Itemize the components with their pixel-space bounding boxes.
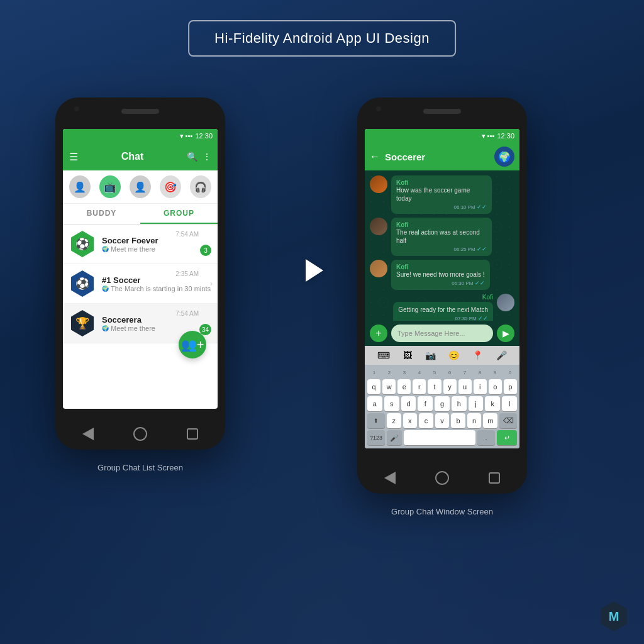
msg-sender-3: Kofi [396,264,485,270]
camera-icon[interactable]: 📷 [425,350,436,360]
story-2[interactable]: 📺 [99,175,121,198]
chat-preview-1: 🌍 Meet me there [102,245,211,253]
location-icon[interactable]: 📍 [472,350,483,360]
tab-group[interactable]: GROUP [140,204,218,224]
key-e[interactable]: e [397,379,411,394]
key-c[interactable]: c [419,413,433,428]
key-t[interactable]: t [428,379,441,394]
key-p[interactable]: p [504,379,517,394]
key-d[interactable]: d [401,396,416,411]
story-5[interactable]: 🎧 [190,175,211,198]
key-space[interactable] [404,430,475,445]
msg-text-2: The real action was at second half [396,228,487,245]
key-x[interactable]: x [403,413,418,428]
story-1[interactable]: 👤 [69,175,91,198]
key-w[interactable]: w [382,379,396,394]
key-r[interactable]: r [413,379,426,394]
avatar-1: ⚽ [69,231,96,257]
msg-row-3: Kofi Sure! we need two more goals ! 06:3… [370,260,514,290]
key-o[interactable]: o [489,379,502,394]
chat-title: Soccerer [385,152,489,162]
check-icon-4: ✓✓ [478,315,488,321]
key-enter[interactable]: ↵ [497,430,517,445]
home-button-left[interactable] [133,427,147,441]
search-icon[interactable]: 🔍 [187,152,197,162]
wifi-icon: ▾ [180,132,184,140]
tab-buddy[interactable]: BUDDY [63,204,140,224]
key-l[interactable]: l [502,396,517,411]
time-left: 12:30 [195,132,213,140]
key-u[interactable]: u [458,379,472,394]
app-bar-left: ☰ Chat 🔍 ⋮ [63,143,218,170]
key-m[interactable]: m [483,413,497,428]
key-f[interactable]: f [418,396,433,411]
key-s[interactable]: s [384,396,399,411]
keyboard-icon[interactable]: ⌨ [377,350,390,360]
messages-area[interactable]: Kofi How was the soccer game today 06:10… [365,170,519,321]
wifi-icon-right: ▾ [482,132,486,140]
key-123[interactable]: ?123 [367,430,385,445]
message-input-row: + Type Message Here... ▶ [365,321,519,346]
key-row-2: a s d f g h j k l [367,396,517,411]
chat-item-2[interactable]: ⚽ #1 Soccer 🌍 The March is starting in 3… [63,264,218,304]
bottom-nav-left [63,427,218,441]
check-icon-3: ✓✓ [475,280,485,286]
recents-button-left[interactable] [187,428,198,440]
right-phone: ▾ ▪▪▪ 12:30 ← Soccerer 🌍 Kofi How was th… [357,97,527,494]
hamburger-icon[interactable]: ☰ [69,151,78,163]
story-4[interactable]: 🎯 [160,175,181,198]
key-row-1: q w e r t y u i o p [367,379,517,394]
mic-icon[interactable]: 🎤 [496,350,507,360]
emoji-icon[interactable]: 😊 [448,350,459,360]
group-avatar: 🌍 [494,147,514,167]
msg-sender-4: Kofi [482,294,493,301]
msg-text-4: Getting ready for the next Match [398,306,488,314]
image-icon[interactable]: 🖼 [403,350,412,360]
message-input[interactable]: Type Message Here... [391,325,493,342]
home-button-right[interactable] [435,471,449,485]
back-button-left[interactable] [82,428,94,440]
key-g[interactable]: g [435,396,450,411]
send-button[interactable]: ▶ [497,325,514,342]
status-bar-right: ▾ ▪▪▪ 12:30 [365,129,519,143]
key-j[interactable]: j [469,396,484,411]
add-group-fab[interactable]: 👥+ [179,331,206,358]
key-a[interactable]: a [367,396,382,411]
signal-icon-right: ▪▪▪ [487,132,495,140]
key-shift[interactable]: ⬆ [367,413,385,428]
time-right: 12:30 [497,132,514,140]
more-icon[interactable]: ⋮ [203,152,211,162]
msg-row-2: Kofi The real action was at second half … [370,218,514,256]
key-i[interactable]: i [474,379,487,394]
story-3[interactable]: 👤 [130,175,151,198]
key-mic[interactable]: 🎤 [387,430,402,445]
brand-logo: M [599,601,629,631]
key-n[interactable]: n [467,413,482,428]
key-num-row: 1 2 3 4 5 6 7 8 9 0 [367,367,517,377]
back-icon[interactable]: ← [370,151,380,162]
key-z[interactable]: z [387,413,401,428]
right-phone-label: Group Chat Window Screen [391,507,493,516]
key-y[interactable]: y [443,379,457,394]
key-row-3: ⬆ z x c v b n m ⌫ [367,413,517,428]
tabs: BUDDY GROUP [63,204,218,225]
key-h[interactable]: h [452,396,467,411]
avatar-3: 🏆 [69,310,96,336]
msg-text-1: How was the soccer game today [396,186,487,203]
key-backspace[interactable]: ⌫ [499,413,517,428]
key-b[interactable]: b [451,413,465,428]
chat-item-1[interactable]: ⚽ Soccer Foever 🌍 Meet me there 7:54 AM … [63,225,218,264]
recents-button-right[interactable] [489,472,500,484]
back-button-right[interactable] [384,472,396,484]
msg-bubble-4: Getting ready for the next Match 07:30 P… [393,302,493,321]
attach-button[interactable]: + [370,325,387,342]
msg-bubble-1: Kofi How was the soccer game today 06:10… [391,175,492,214]
msg-avatar-1 [370,175,387,193]
key-v[interactable]: v [435,413,450,428]
key-period[interactable]: . [477,430,495,445]
chat-time-1: 7:54 AM [175,231,199,238]
left-phone: ▾ ▪▪▪ 12:30 ☰ Chat 🔍 ⋮ 👤 📺 👤 🎯 🎧 BUDDY G… [55,97,225,450]
chat-list: ⚽ Soccer Foever 🌍 Meet me there 7:54 AM … [63,225,218,343]
key-q[interactable]: q [367,379,380,394]
key-k[interactable]: k [485,396,500,411]
